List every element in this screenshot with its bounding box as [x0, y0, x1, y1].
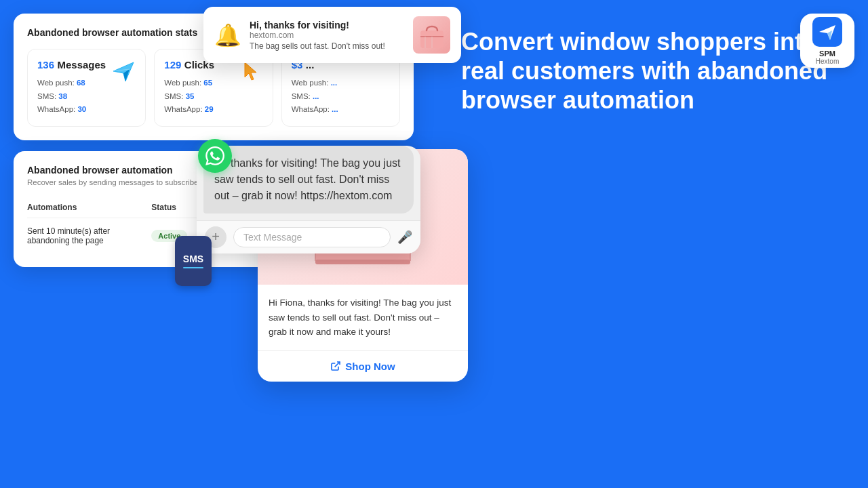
col-automations: Automations [27, 203, 151, 212]
spm-label: SPM [819, 49, 835, 58]
stat-messages: 136 Messages Web push: 68 SMS: 38 WhatsA… [27, 49, 146, 127]
automation-name: Sent 10 minute(s) after abandoning the p… [27, 226, 151, 245]
left-panel: 🔔 Hi, thanks for visiting! hextom.com Th… [14, 14, 414, 267]
sms-bubble: Hi, thanks for visiting! The bag you jus… [203, 146, 414, 214]
bag-mini-svg [415, 18, 449, 52]
notification-domain: hextom.com [250, 30, 405, 40]
svg-line-15 [335, 362, 340, 367]
messages-label: Messages [57, 59, 106, 70]
paper-plane-icon [111, 59, 136, 83]
main-container: 🔔 Hi, thanks for visiting! hextom.com Th… [0, 0, 868, 488]
sms-input-row: + Text Message 🎤 [197, 220, 420, 253]
shop-now-button[interactable]: Shop Now [258, 350, 468, 382]
messages-number: 136 [37, 59, 54, 70]
sms-placeholder: Text Message [243, 232, 302, 243]
notification-content: Hi, thanks for visiting! hextom.com The … [250, 20, 405, 51]
notification-bag-image [413, 16, 450, 54]
external-link-icon [330, 361, 341, 371]
svg-rect-14 [315, 260, 410, 264]
right-panel: Convert window shoppers into real custom… [441, 14, 854, 129]
notification-message: The bag sells out fast. Don't miss out! [250, 41, 405, 51]
spm-logo: SPM Hextom [800, 14, 854, 68]
whatsapp-float-icon[interactable] [198, 139, 232, 173]
revenue-detail: Web push: ... SMS: ... WhatsApp: ... [292, 77, 390, 117]
product-message: Hi Fiona, thanks for visiting! The bag y… [258, 285, 468, 350]
spm-icon [812, 17, 842, 47]
hero-text: Convert window shoppers into real custom… [461, 27, 848, 115]
shop-now-label: Shop Now [345, 361, 395, 372]
notification-popup: 🔔 Hi, thanks for visiting! hextom.com Th… [203, 7, 461, 63]
microphone-icon[interactable]: 🎤 [397, 230, 412, 245]
sms-bubble-text: Hi, thanks for visiting! The bag you jus… [214, 157, 401, 201]
sms-phone-icon: SMS [175, 236, 212, 286]
clicks-number: 129 [164, 59, 181, 70]
svg-marker-4 [113, 62, 134, 81]
svg-marker-16 [819, 25, 835, 40]
spm-sublabel: Hextom [816, 58, 839, 65]
sms-label: SMS [183, 253, 203, 264]
notification-title: Hi, thanks for visiting! [250, 20, 405, 30]
bell-icon: 🔔 [214, 22, 241, 48]
send-icon [818, 22, 837, 41]
sms-text-input[interactable]: Text Message [233, 227, 391, 247]
sms-line [183, 267, 203, 268]
